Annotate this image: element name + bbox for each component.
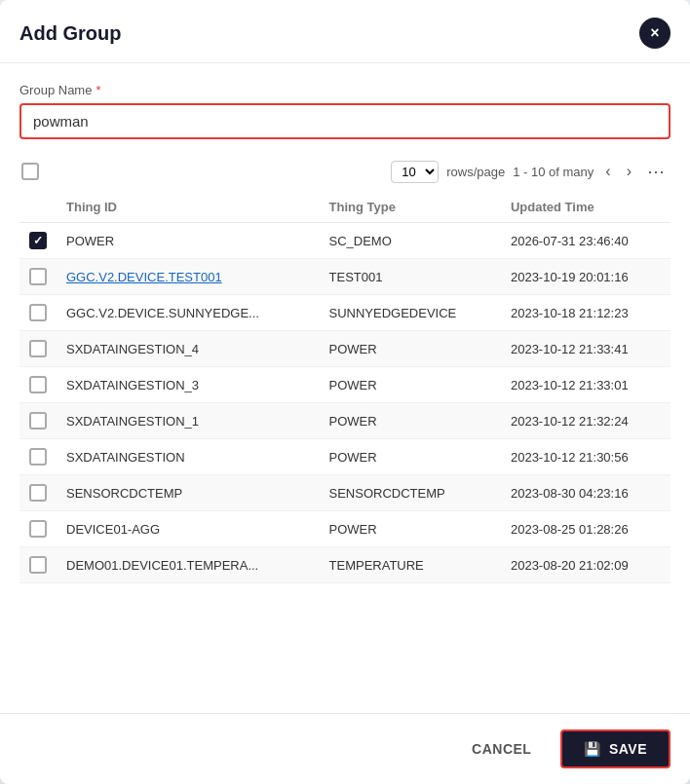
thing-id-cell: DEVICE01-AGG [57, 511, 320, 547]
thing-type-cell: TEST001 [320, 259, 501, 295]
row-checkbox-cell [19, 547, 57, 583]
thing-type-cell: SUNNYEDGEDEVICE [320, 295, 501, 331]
select-all-checkbox[interactable] [21, 163, 39, 180]
modal-body: Group Name * 10 25 50 rows/page 1 - 10 o [0, 63, 690, 713]
thing-id-cell: GGC.V2.DEVICE.TEST001 [57, 259, 320, 295]
modal-header: Add Group × [0, 0, 690, 63]
row-checkbox-cell [19, 511, 57, 547]
rows-label: rows/page [446, 165, 505, 179]
add-group-modal: Add Group × Group Name * 10 25 [0, 0, 690, 784]
next-page-button[interactable]: › [623, 161, 635, 182]
more-options-button[interactable]: ⋯ [643, 159, 669, 184]
group-name-input[interactable] [19, 103, 671, 139]
row-checkbox[interactable] [29, 520, 47, 538]
row-checkbox[interactable] [29, 448, 47, 466]
updated-time-cell: 2023-10-18 21:12:23 [501, 295, 671, 331]
updated-time-cell: 2023-08-25 01:28:26 [501, 511, 671, 547]
row-checkbox-cell [19, 295, 57, 331]
things-table: Thing ID Thing Type Updated Time POWERSC… [19, 192, 671, 583]
thing-id-cell: DEMO01.DEVICE01.TEMPERA... [57, 547, 320, 583]
cancel-button[interactable]: CANCEL [452, 731, 551, 766]
save-button[interactable]: 💾 SAVE [560, 729, 671, 768]
table-wrapper: Thing ID Thing Type Updated Time POWERSC… [19, 192, 671, 583]
updated-time-cell: 2023-10-12 21:30:56 [501, 439, 671, 475]
thing-type-cell: POWER [320, 367, 501, 403]
thing-id-cell: SENSORCDCTEMP [57, 475, 320, 511]
rows-per-page-dropdown[interactable]: 10 25 50 [391, 161, 439, 183]
row-checkbox-cell [19, 259, 57, 295]
table-body: POWERSC_DEMO2026-07-31 23:46:40GGC.V2.DE… [19, 223, 671, 583]
table-header-row: Thing ID Thing Type Updated Time [19, 192, 671, 223]
table-row: SXDATAINGESTION_1POWER2023-10-12 21:32:2… [19, 403, 671, 439]
thing-type-cell: POWER [320, 511, 501, 547]
row-checkbox-cell [19, 367, 57, 403]
prev-page-button[interactable]: ‹ [601, 161, 614, 182]
row-checkbox-cell [19, 439, 57, 475]
updated-time-cell: 2023-10-12 21:33:01 [501, 367, 671, 403]
col-updated-time: Updated Time [501, 192, 671, 223]
table-controls-right: 10 25 50 rows/page 1 - 10 of many ‹ › ⋯ [391, 159, 669, 184]
group-name-label: Group Name * [19, 83, 671, 97]
thing-type-cell: POWER [320, 403, 501, 439]
row-checkbox-cell [19, 223, 57, 259]
row-checkbox[interactable] [29, 304, 47, 321]
group-name-field: Group Name * [19, 83, 671, 139]
row-checkbox-cell [19, 331, 57, 367]
header-checkbox-container [21, 163, 39, 180]
thing-id-cell: GGC.V2.DEVICE.SUNNYEDGE... [57, 295, 320, 331]
col-thing-type: Thing Type [320, 192, 501, 223]
updated-time-cell: 2023-10-12 21:32:24 [501, 403, 671, 439]
thing-id-cell: SXDATAINGESTION_1 [57, 403, 320, 439]
modal-title: Add Group [19, 22, 121, 45]
row-checkbox-cell [19, 403, 57, 439]
row-checkbox[interactable] [29, 376, 47, 393]
table-row: DEMO01.DEVICE01.TEMPERA...TEMPERATURE202… [19, 547, 671, 583]
pagination-info: 1 - 10 of many [513, 165, 594, 179]
thing-id-cell: SXDATAINGESTION_4 [57, 331, 320, 367]
thing-type-cell: SC_DEMO [320, 223, 501, 259]
col-thing-id: Thing ID [57, 192, 320, 223]
close-button[interactable]: × [639, 18, 671, 49]
thing-id-cell: SXDATAINGESTION [57, 439, 320, 475]
row-checkbox[interactable] [29, 232, 47, 249]
updated-time-cell: 2023-08-30 04:23:16 [501, 475, 671, 511]
row-checkbox[interactable] [29, 340, 47, 357]
required-indicator: * [96, 83, 100, 97]
thing-type-cell: SENSORCDCTEMP [320, 475, 501, 511]
table-row: POWERSC_DEMO2026-07-31 23:46:40 [19, 223, 671, 259]
table-row: SXDATAINGESTION_4POWER2023-10-12 21:33:4… [19, 331, 671, 367]
modal-footer: CANCEL 💾 SAVE [0, 713, 690, 784]
thing-id-cell: POWER [57, 223, 320, 259]
row-checkbox[interactable] [29, 268, 47, 285]
row-checkbox[interactable] [29, 556, 47, 574]
updated-time-cell: 2023-10-19 20:01:16 [501, 259, 671, 295]
thing-id-cell: SXDATAINGESTION_3 [57, 367, 320, 403]
rows-per-page-selector[interactable]: 10 25 50 [391, 161, 439, 183]
close-icon: × [650, 24, 659, 42]
row-checkbox-cell [19, 475, 57, 511]
table-row: SXDATAINGESTION_3POWER2023-10-12 21:33:0… [19, 367, 671, 403]
updated-time-cell: 2026-07-31 23:46:40 [501, 223, 671, 259]
table-row: SENSORCDCTEMPSENSORCDCTEMP2023-08-30 04:… [19, 475, 671, 511]
row-checkbox[interactable] [29, 484, 47, 502]
row-checkbox[interactable] [29, 412, 47, 429]
table-row: GGC.V2.DEVICE.SUNNYEDGE...SUNNYEDGEDEVIC… [19, 295, 671, 331]
updated-time-cell: 2023-08-20 21:02:09 [501, 547, 671, 583]
table-controls: 10 25 50 rows/page 1 - 10 of many ‹ › ⋯ [19, 159, 671, 184]
col-checkbox [19, 192, 57, 223]
thing-type-cell: POWER [320, 439, 501, 475]
thing-type-cell: TEMPERATURE [320, 547, 501, 583]
table-row: SXDATAINGESTIONPOWER2023-10-12 21:30:56 [19, 439, 671, 475]
updated-time-cell: 2023-10-12 21:33:41 [501, 331, 671, 367]
save-icon: 💾 [584, 741, 601, 757]
table-row: DEVICE01-AGGPOWER2023-08-25 01:28:26 [19, 511, 671, 547]
table-row: GGC.V2.DEVICE.TEST001TEST0012023-10-19 2… [19, 259, 671, 295]
thing-type-cell: POWER [320, 331, 501, 367]
